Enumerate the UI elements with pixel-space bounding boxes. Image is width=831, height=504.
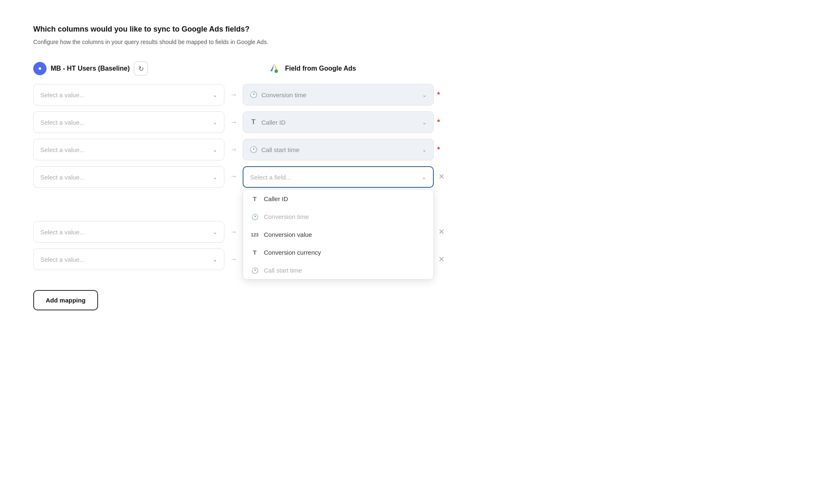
clock-icon-call-start: 🕐 (251, 267, 259, 274)
arrow-separator-2: → (224, 118, 243, 127)
mapping-row-2: Select a value... ⌄ → T Caller ID ⌄ * (33, 111, 798, 133)
mapping-row-1: Select a value... ⌄ → 🕐 Conversion time … (33, 84, 798, 106)
field-dropdown-menu: T Caller ID 🕐 Conversion time 123 Conver… (243, 189, 434, 280)
dest-name: Field from Google Ads (285, 65, 356, 72)
chevron-down-icon-dest-1: ⌄ (422, 92, 427, 98)
dropdown-item-conversion-time[interactable]: 🕐 Conversion time (243, 208, 433, 226)
source-placeholder-4: Select a value... (40, 174, 85, 181)
source-placeholder-1: Select a value... (40, 91, 85, 98)
dropdown-label-conversion-time: Conversion time (264, 213, 309, 220)
dest-value-1: Conversion time (261, 91, 306, 98)
num-icon-conv-value: 123 (251, 232, 259, 237)
mapping-row-3: Select a value... ⌄ → 🕐 Call start time … (33, 139, 798, 160)
chevron-down-icon-3: ⌄ (213, 147, 217, 153)
google-ads-icon (268, 62, 281, 75)
dropdown-item-caller-id[interactable]: T Caller ID (243, 190, 433, 208)
required-star-3: * (437, 145, 440, 154)
chevron-down-icon-6: ⌄ (213, 256, 217, 263)
dropdown-item-call-start-time[interactable]: 🕐 Call start time (243, 261, 433, 279)
dropdown-label-conversion-value: Conversion value (264, 231, 312, 238)
dest-select-4[interactable]: Select a field... ⌄ (243, 166, 434, 188)
dest-select-3[interactable]: 🕐 Call start time ⌄ (243, 139, 434, 160)
chevron-down-icon-4: ⌄ (213, 174, 217, 180)
source-select-1[interactable]: Select a value... ⌄ (33, 84, 224, 106)
source-name: MB - HT Users (Baseline) (51, 65, 130, 72)
dest-value-2: Caller ID (261, 119, 285, 126)
source-select-5[interactable]: Select a value... ⌄ (33, 221, 224, 243)
source-placeholder-5: Select a value... (40, 229, 85, 236)
text-icon-caller: T (251, 195, 259, 202)
clock-icon-1: 🕐 (250, 91, 257, 98)
arrow-separator-6: → (224, 255, 243, 264)
dropdown-label-conversion-currency: Conversion currency (264, 249, 321, 256)
clock-icon-3: 🕐 (250, 146, 257, 153)
source-placeholder-6: Select a value... (40, 256, 85, 263)
dest-select-1[interactable]: 🕐 Conversion time ⌄ (243, 84, 434, 106)
source-select-6[interactable]: Select a value... ⌄ (33, 248, 224, 270)
page-title: Which columns would you like to sync to … (33, 25, 798, 34)
dropdown-item-conversion-value[interactable]: 123 Conversion value (243, 226, 433, 243)
refresh-button[interactable]: ↻ (134, 61, 148, 76)
arrow-separator-1: → (224, 91, 243, 99)
source-select-2[interactable]: Select a value... ⌄ (33, 111, 224, 133)
source-select-4[interactable]: Select a value... ⌄ (33, 166, 224, 188)
dest-placeholder-4: Select a field... (250, 174, 291, 181)
source-placeholder-3: Select a value... (40, 146, 85, 153)
chevron-down-icon-dest-2: ⌄ (422, 119, 427, 125)
required-star-2: * (437, 118, 440, 127)
text-icon-conv-currency: T (251, 249, 259, 256)
svg-point-3 (275, 69, 278, 73)
source-select-3[interactable]: Select a value... ⌄ (33, 139, 224, 160)
dropdown-item-conversion-currency[interactable]: T Conversion currency (243, 243, 433, 261)
arrow-separator-3: → (224, 145, 243, 154)
svg-point-1 (39, 67, 41, 70)
chevron-down-icon-2: ⌄ (213, 119, 217, 125)
arrow-separator-5: → (224, 228, 243, 236)
required-star-1: * (437, 91, 440, 99)
source-icon (33, 62, 47, 75)
remove-btn-6[interactable]: ✕ (437, 255, 445, 264)
chevron-down-icon-5: ⌄ (213, 229, 217, 235)
dest-value-3: Call start time (261, 146, 300, 153)
chevron-down-icon: ⌄ (213, 92, 217, 98)
dropdown-label-call-start-time: Call start time (264, 267, 302, 274)
chevron-down-icon-dest-4: ⌄ (422, 174, 426, 180)
arrow-separator-4: → (224, 166, 243, 181)
dest-dropdown-container-4: Select a field... ⌄ T Caller ID 🕐 Conver… (243, 166, 434, 188)
remove-btn-4[interactable]: ✕ (437, 166, 445, 181)
chevron-down-icon-dest-3: ⌄ (422, 147, 427, 153)
mapping-row-4: Select a value... ⌄ → Select a field... … (33, 166, 798, 188)
source-placeholder-2: Select a value... (40, 119, 85, 126)
clock-icon-conv-time: 🕐 (251, 214, 259, 220)
page-subtitle: Configure how the columns in your query … (33, 38, 274, 47)
dropdown-label-caller-id: Caller ID (264, 195, 288, 202)
add-mapping-button[interactable]: Add mapping (33, 290, 98, 310)
remove-btn-5[interactable]: ✕ (437, 227, 445, 236)
text-icon-2: T (250, 118, 257, 126)
dest-select-2[interactable]: T Caller ID ⌄ (243, 111, 434, 133)
